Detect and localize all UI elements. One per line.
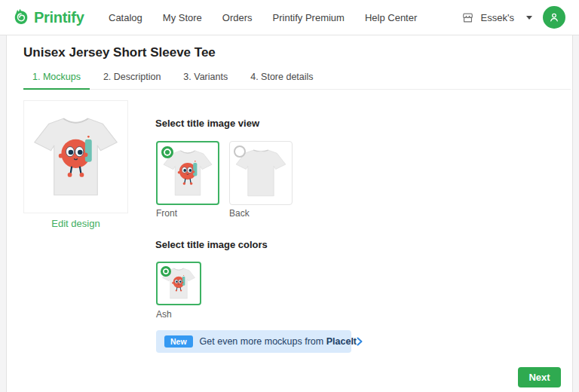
new-badge: New (164, 335, 193, 348)
printify-logo-icon (12, 8, 30, 26)
color-option-ash-label: Ash (156, 309, 172, 320)
tab-mockups[interactable]: 1. Mockups (23, 68, 90, 90)
tab-description[interactable]: 2. Description (94, 68, 170, 89)
colors-section-heading: Select title image colors (155, 239, 268, 250)
tab-store-details[interactable]: 4. Store details (241, 68, 322, 89)
view-option-back-label: Back (229, 208, 250, 219)
view-section-heading: Select title image view (155, 118, 259, 129)
step-tabs: 1. Mockups 2. Description 3. Variants 4.… (23, 68, 571, 90)
nav-catalog[interactable]: Catalog (109, 12, 142, 23)
radio-unselected-icon[interactable] (234, 145, 246, 158)
radio-selected-icon[interactable] (161, 266, 171, 277)
placeit-promo-banner[interactable]: New Get even more mockups from PlaceIt (156, 330, 351, 353)
nav-my-store[interactable]: My Store (163, 12, 202, 23)
nav-printify-premium[interactable]: Printify Premium (273, 12, 345, 23)
nav-orders[interactable]: Orders (222, 12, 253, 23)
store-name[interactable]: Essek's (481, 12, 514, 23)
nav-help-center[interactable]: Help Center (365, 12, 417, 23)
next-button[interactable]: Next (518, 367, 561, 387)
main-nav: Catalog My Store Orders Printify Premium… (109, 0, 417, 35)
color-option-ash[interactable] (156, 262, 201, 305)
edit-design-link[interactable]: Edit design (23, 218, 128, 229)
header-right-cluster: Essek's (461, 0, 565, 35)
store-dropdown-caret-icon[interactable] (526, 16, 532, 20)
main-mockup-preview (23, 100, 128, 213)
placeit-banner-text: Get even more mockups from PlaceIt (200, 336, 357, 347)
top-nav-bar: Printify Catalog My Store Orders Printif… (0, 0, 579, 35)
printify-logo[interactable]: Printify (12, 0, 84, 35)
printify-logo-text: Printify (34, 9, 84, 26)
printify-app-window: Printify Catalog My Store Orders Printif… (0, 0, 579, 392)
view-option-back[interactable] (229, 141, 293, 205)
person-icon (547, 11, 561, 24)
publish-flow-card: Unisex Jersey Short Sleeve Tee 1. Mockup… (6, 35, 573, 392)
storefront-icon (461, 11, 474, 24)
page-title: Unisex Jersey Short Sleeve Tee (23, 45, 216, 60)
chevron-right-icon (357, 337, 363, 346)
tab-variants[interactable]: 3. Variants (174, 68, 237, 89)
view-option-front-label: Front (156, 208, 177, 219)
radio-selected-icon[interactable] (161, 146, 173, 158)
placeit-brand-name: PlaceIt (326, 336, 357, 347)
account-avatar[interactable] (543, 6, 565, 29)
tee-front-image (24, 101, 127, 213)
view-option-front[interactable] (156, 141, 219, 205)
